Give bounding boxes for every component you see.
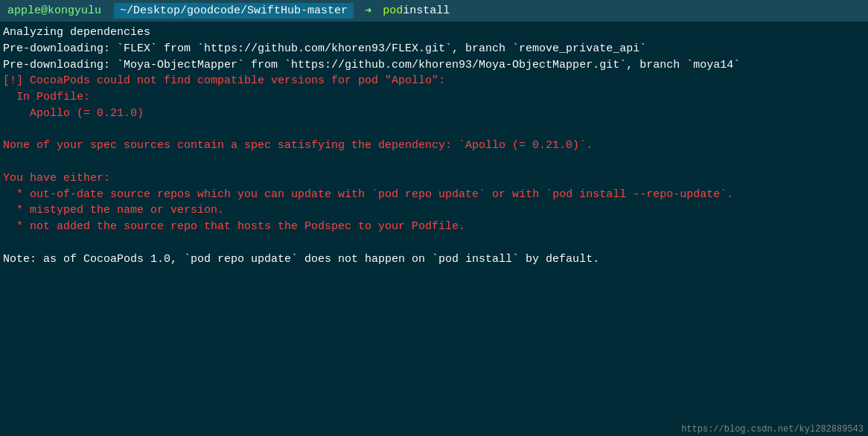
terminal-line: In Podfile:: [3, 89, 865, 106]
terminal-line: Apollo (= 0.21.0): [3, 106, 865, 122]
title-separator: [104, 4, 111, 17]
terminal-window: apple@kongyulu ~/Desktop/goodcode/SwiftH…: [0, 0, 868, 436]
terminal-line: Pre-downloading: `FLEX` from `https://gi…: [3, 41, 865, 57]
terminal-title-bar: apple@kongyulu ~/Desktop/goodcode/SwiftH…: [0, 0, 868, 22]
cmd-keyword: pod: [383, 4, 403, 17]
title-arrow: ➜: [358, 4, 378, 18]
terminal-line: Analyzing dependencies: [3, 25, 865, 41]
terminal-path: ~/Desktop/goodcode/SwiftHub-master: [114, 3, 354, 19]
status-bar: https://blog.csdn.net/kyl282889543: [677, 423, 868, 436]
terminal-line: Note: as of CocoaPods 1.0, `pod repo upd…: [3, 251, 865, 268]
terminal-line: * not added the source repo that hosts t…: [3, 219, 865, 235]
terminal-line: * mistyped the name or version.: [3, 202, 865, 219]
terminal-empty-line: [3, 154, 865, 170]
terminal-line: Pre-downloading: `Moya-ObjectMapper` fro…: [3, 57, 865, 74]
terminal-line: [!] CocoaPods could not find compatible …: [3, 73, 865, 89]
terminal-user: apple@kongyulu: [7, 4, 101, 17]
terminal-line: You have either:: [3, 170, 865, 187]
terminal-line: None of your spec sources contain a spec…: [3, 138, 865, 154]
terminal-content: Analyzing dependenciesPre-downloading: `…: [0, 22, 868, 270]
cmd-rest: install: [403, 4, 450, 17]
terminal-empty-line: [3, 235, 865, 251]
terminal-line: * out-of-date source repos which you can…: [3, 187, 865, 203]
terminal-empty-line: [3, 122, 865, 138]
